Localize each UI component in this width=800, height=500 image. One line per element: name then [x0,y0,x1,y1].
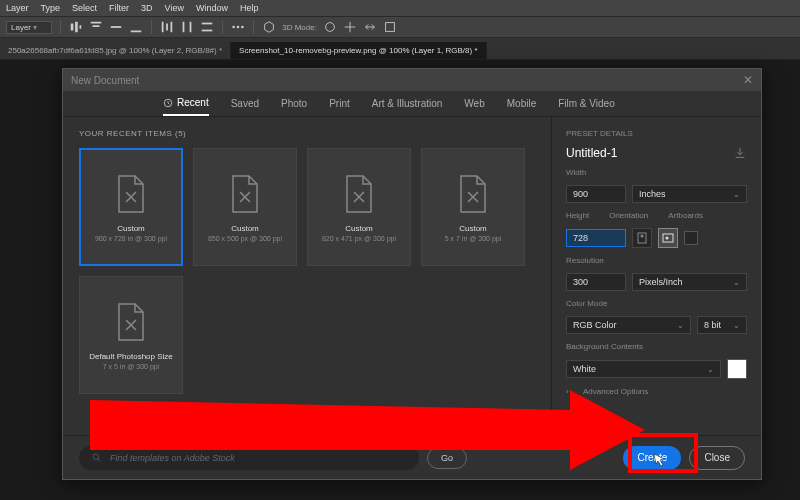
page-icon [113,300,149,344]
preset-card[interactable]: Custom850 x 500 px @ 300 ppi [193,148,297,266]
menu-item[interactable]: Type [41,3,61,13]
card-detail: 900 x 728 in @ 300 ppi [95,235,167,242]
card-detail: 820 x 471 px @ 300 ppi [322,235,396,242]
svg-rect-10 [183,22,185,33]
tab-web[interactable]: Web [464,92,484,115]
orientation-label: Orientation [609,211,648,220]
orientation-portrait[interactable] [632,228,652,248]
preset-card[interactable]: Custom820 x 471 px @ 300 ppi [307,148,411,266]
distribute-icon[interactable] [180,20,194,34]
bitdepth-select[interactable]: 8 bit⌄ [697,316,747,334]
svg-rect-11 [190,22,192,33]
svg-rect-12 [202,23,213,25]
menu-item[interactable]: Filter [109,3,129,13]
layer-select[interactable]: Layer ▾ [6,21,52,34]
preset-card[interactable]: Custom5 x 7 in @ 300 ppi [421,148,525,266]
advanced-toggle[interactable]: › Advanced Options [566,387,747,396]
overflow-icon[interactable] [231,20,245,34]
colormode-label: Color Mode [566,299,747,308]
bg-select[interactable]: White⌄ [566,360,721,378]
menu-item[interactable]: Layer [6,3,29,13]
menu-item[interactable]: Help [240,3,259,13]
document-tabs: 250a26568afb7df6a61fd85.jpg @ 100% (Laye… [0,38,800,60]
card-detail: 850 x 500 px @ 300 ppi [208,235,282,242]
artboards-checkbox[interactable] [684,231,698,245]
page-icon [455,172,491,216]
save-preset-icon[interactable] [733,146,747,160]
slide-icon[interactable] [363,20,377,34]
svg-rect-8 [166,24,168,31]
preset-card[interactable]: Custom900 x 728 in @ 300 ppi [79,148,183,266]
tab-photo[interactable]: Photo [281,92,307,115]
distribute-icon[interactable] [160,20,174,34]
svg-rect-0 [71,24,74,31]
width-label: Width [566,168,747,177]
tab-art[interactable]: Art & Illustration [372,92,443,115]
distribute-icon[interactable] [200,20,214,34]
tab-recent[interactable]: Recent [163,91,209,116]
pan-icon[interactable] [343,20,357,34]
menu-item[interactable]: View [165,3,184,13]
tab-print[interactable]: Print [329,92,350,115]
close-button[interactable]: Close [689,446,745,470]
width-input[interactable] [566,185,626,203]
resolution-unit-select[interactable]: Pixels/Inch⌄ [632,273,747,291]
card-name: Custom [231,224,259,233]
mode-label: 3D Mode: [282,23,317,32]
svg-point-14 [233,26,236,29]
recent-header: YOUR RECENT ITEMS (5) [79,129,535,138]
dialog-titlebar: New Document ✕ [63,69,761,91]
svg-rect-9 [171,22,173,33]
menu-item[interactable]: Window [196,3,228,13]
preset-card[interactable]: Default Photoshop Size7 x 5 in @ 300 ppi [79,276,183,394]
svg-rect-13 [202,30,213,32]
page-icon [113,172,149,216]
align-icon[interactable] [129,20,143,34]
svg-rect-2 [80,25,82,29]
preset-name[interactable]: Untitled-1 [566,146,617,160]
bg-swatch[interactable] [727,359,747,379]
document-tab[interactable]: 250a26568afb7df6a61fd85.jpg @ 100% (Laye… [0,42,231,59]
svg-rect-5 [111,26,122,28]
create-button[interactable]: Create [623,446,681,470]
width-unit-select[interactable]: Inches⌄ [632,185,747,203]
height-input[interactable] [566,229,626,247]
resolution-input[interactable] [566,273,626,291]
search-icon [91,452,102,463]
cube-icon[interactable] [262,20,276,34]
align-icon[interactable] [69,20,83,34]
height-label: Height [566,211,589,220]
svg-rect-4 [93,25,100,27]
document-tab[interactable]: Screenshot_10-removebg-preview.png @ 100… [231,42,486,59]
tab-mobile[interactable]: Mobile [507,92,536,115]
align-icon[interactable] [89,20,103,34]
go-button[interactable]: Go [427,447,467,469]
svg-rect-6 [131,31,142,33]
svg-rect-7 [162,22,164,33]
resolution-label: Resolution [566,256,747,265]
menu-item[interactable]: Select [72,3,97,13]
tab-saved[interactable]: Saved [231,92,259,115]
close-icon[interactable]: ✕ [743,73,753,87]
dialog-title: New Document [71,75,139,86]
svg-point-24 [93,454,99,460]
svg-rect-1 [75,22,78,33]
card-name: Default Photoshop Size [89,352,173,361]
dialog-tabs: Recent Saved Photo Print Art & Illustrat… [63,91,761,117]
scale-icon[interactable] [383,20,397,34]
bg-label: Background Contents [566,342,747,351]
tab-film[interactable]: Film & Video [558,92,615,115]
menu-item[interactable]: 3D [141,3,153,13]
colormode-select[interactable]: RGB Color⌄ [566,316,691,334]
orientation-landscape[interactable] [658,228,678,248]
orbit-icon[interactable] [323,20,337,34]
card-name: Custom [459,224,487,233]
align-icon[interactable] [109,20,123,34]
preset-grid: YOUR RECENT ITEMS (5) Custom900 x 728 in… [63,117,551,435]
svg-rect-18 [386,23,395,32]
stock-search[interactable]: Find templates on Adobe Stock [79,446,419,470]
page-icon [227,172,263,216]
svg-point-17 [326,23,335,32]
card-detail: 5 x 7 in @ 300 ppi [445,235,502,242]
svg-rect-3 [91,22,102,24]
